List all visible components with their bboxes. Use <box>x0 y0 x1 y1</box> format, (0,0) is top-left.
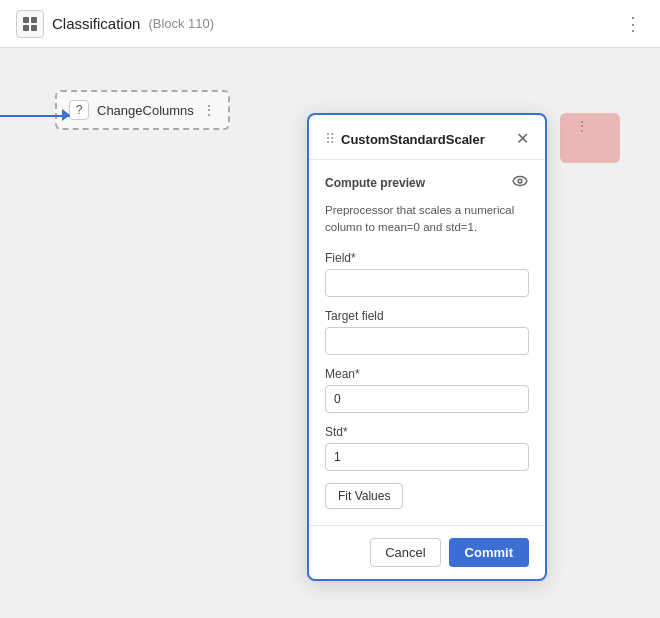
top-bar-left: Classification (Block 110) <box>16 10 214 38</box>
red-block-menu-icon[interactable]: ⋮ <box>575 118 589 134</box>
modal-footer: Cancel Commit <box>309 525 545 579</box>
connector-line <box>0 115 70 117</box>
drag-handle-icon: ⠿ <box>325 131 335 147</box>
eye-icon[interactable] <box>511 172 529 194</box>
section-title: Compute preview <box>325 176 425 190</box>
cancel-button[interactable]: Cancel <box>370 538 440 567</box>
topbar-menu-icon[interactable]: ⋮ <box>624 13 644 35</box>
svg-rect-3 <box>31 25 37 31</box>
description-text: Preprocessor that scales a numerical col… <box>325 202 529 237</box>
target-field-input[interactable] <box>325 327 529 355</box>
svg-rect-2 <box>23 25 29 31</box>
modal-panel: ⠿ CustomStandardScaler ✕ Compute preview… <box>307 113 547 581</box>
modal-header-left: ⠿ CustomStandardScaler <box>325 131 485 147</box>
field-input[interactable] <box>325 269 529 297</box>
top-bar: Classification (Block 110) ⋮ <box>0 0 660 48</box>
block-icon <box>16 10 44 38</box>
fit-values-button[interactable]: Fit Values <box>325 483 403 509</box>
node-menu-icon[interactable]: ⋮ <box>202 102 216 118</box>
svg-rect-0 <box>23 17 29 23</box>
change-columns-node[interactable]: ? ChangeColumns ⋮ <box>55 90 230 130</box>
connector-arrow <box>62 109 70 121</box>
section-header: Compute preview <box>325 172 529 194</box>
field-label: Field* <box>325 251 529 265</box>
page-subtitle: (Block 110) <box>148 16 214 31</box>
svg-rect-1 <box>31 17 37 23</box>
commit-button[interactable]: Commit <box>449 538 529 567</box>
svg-point-4 <box>513 177 527 186</box>
page-title: Classification <box>52 15 140 32</box>
divider <box>309 159 545 160</box>
close-button[interactable]: ✕ <box>516 131 529 147</box>
modal-header: ⠿ CustomStandardScaler ✕ <box>325 131 529 147</box>
modal-title: CustomStandardScaler <box>341 132 485 147</box>
svg-point-5 <box>518 179 522 183</box>
std-label: Std* <box>325 425 529 439</box>
mean-input[interactable] <box>325 385 529 413</box>
node-question-icon: ? <box>69 100 89 120</box>
red-block <box>560 113 620 163</box>
std-input[interactable] <box>325 443 529 471</box>
target-field-label: Target field <box>325 309 529 323</box>
mean-label: Mean* <box>325 367 529 381</box>
node-label: ChangeColumns <box>97 103 194 118</box>
canvas: ? ChangeColumns ⋮ ⋮ ⠿ CustomStandardScal… <box>0 48 660 618</box>
